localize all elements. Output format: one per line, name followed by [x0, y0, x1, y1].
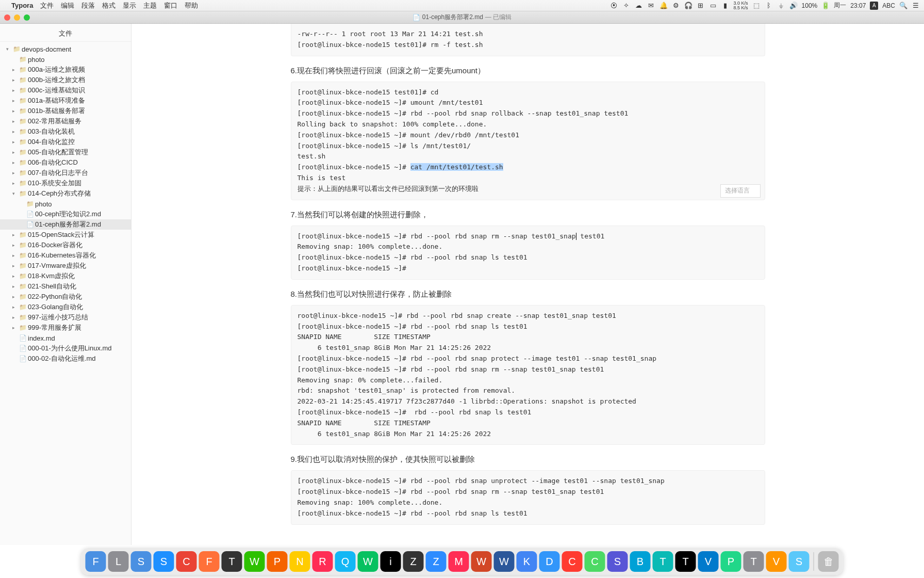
- tree-folder[interactable]: ▸018-Kvm虚拟化: [0, 271, 131, 281]
- dock-app-wechat[interactable]: W: [244, 551, 265, 572]
- app-name[interactable]: Typora: [11, 2, 33, 9]
- status-gear-icon[interactable]: ⚙: [672, 2, 680, 10]
- dock-app-qq[interactable]: Q: [335, 551, 356, 572]
- dock-app-finder[interactable]: F: [86, 551, 106, 572]
- tree-folder[interactable]: ▸999-常用服务扩展: [0, 323, 131, 333]
- menu-help[interactable]: 帮助: [185, 1, 198, 10]
- dock-app-notes[interactable]: N: [290, 551, 310, 572]
- file-sidebar[interactable]: 文件 ▾ devops-docment photo▸000a-运维之旅视频▸00…: [0, 24, 131, 545]
- tree-folder[interactable]: ▾014-Ceph分布式存储: [0, 188, 131, 199]
- status-icon[interactable]: ⦿: [610, 2, 618, 10]
- dock-app-wps[interactable]: W: [471, 551, 492, 572]
- tree-file[interactable]: 01-ceph服务部署2.md: [0, 219, 131, 230]
- tree-root[interactable]: ▾ devops-docment: [0, 44, 131, 54]
- code-block[interactable]: [root@linux-bkce-node15 ~]# rbd --pool r…: [291, 470, 765, 524]
- tree-folder[interactable]: ▸010-系统安全加固: [0, 178, 131, 188]
- chevron-right-icon[interactable]: ▸: [12, 150, 18, 155]
- status-volume-icon[interactable]: 🔊: [789, 2, 798, 10]
- file-tree[interactable]: ▾ devops-docment photo▸000a-运维之旅视频▸000b-…: [0, 42, 131, 366]
- dock-app-firefox[interactable]: F: [199, 551, 220, 572]
- dock-app-reminders[interactable]: R: [312, 551, 333, 572]
- code-block[interactable]: root@linux-bkce-node15 ~]# rbd --pool rb…: [291, 305, 765, 445]
- dock-app-safari-alt[interactable]: S: [131, 551, 152, 572]
- chevron-right-icon[interactable]: ▸: [12, 253, 18, 258]
- status-cloud-icon[interactable]: ☁: [635, 2, 643, 10]
- window-close-button[interactable]: [4, 14, 10, 21]
- tree-folder[interactable]: ▸022-Python自动化: [0, 292, 131, 302]
- tree-folder[interactable]: ▸016-Kubernetes容器化: [0, 250, 131, 261]
- dock-app-zoom[interactable]: Z: [426, 551, 447, 572]
- menu-theme[interactable]: 主题: [143, 1, 157, 10]
- tree-folder[interactable]: ▸005-自动化配置管理: [0, 147, 131, 157]
- tree-folder[interactable]: ▸001b-基础服务部署: [0, 106, 131, 116]
- status-bluetooth-icon[interactable]: ᛒ: [765, 2, 773, 10]
- tree-folder[interactable]: ▸017-Vmware虚拟化: [0, 261, 131, 271]
- status-screen-icon[interactable]: ▭: [709, 2, 717, 10]
- heading-8[interactable]: 8.当然我们也可以对快照进行保存，防止被删除: [291, 287, 765, 301]
- chevron-right-icon[interactable]: ▸: [12, 139, 18, 145]
- chevron-right-icon[interactable]: ▸: [12, 67, 18, 72]
- tree-file[interactable]: index.md: [0, 333, 131, 343]
- chevron-right-icon[interactable]: ▸: [12, 119, 18, 124]
- status-wifi-icon[interactable]: ⏚: [777, 2, 785, 10]
- tree-folder[interactable]: photo: [0, 199, 131, 209]
- chevron-right-icon[interactable]: ▸: [12, 294, 18, 299]
- chevron-down-icon[interactable]: ▾: [6, 46, 11, 52]
- tree-folder[interactable]: ▸021-Shell自动化: [0, 281, 131, 292]
- tree-folder[interactable]: ▸997-运维小技巧总结: [0, 312, 131, 323]
- dock-app-kmail[interactable]: K: [517, 551, 537, 572]
- dock-app-calendar[interactable]: C: [562, 551, 583, 572]
- chevron-right-icon[interactable]: ▸: [12, 232, 18, 237]
- language-selector[interactable]: 选择语言: [720, 184, 761, 197]
- editor-area[interactable]: -rw-r--r-- 1 root root 13 Mar 21 14:21 t…: [131, 24, 924, 545]
- dock-app-shield[interactable]: S: [607, 551, 628, 572]
- dock-app-wechat2[interactable]: W: [358, 551, 378, 572]
- heading-6[interactable]: 6.现在我们将快照进行回滚（回滚之前一定要先umount）: [291, 63, 765, 77]
- chevron-right-icon[interactable]: ▸: [12, 129, 18, 134]
- dock-app-launchpad[interactable]: L: [108, 551, 129, 572]
- menu-view[interactable]: 显示: [123, 1, 136, 10]
- status-battery2-icon[interactable]: ▮: [721, 2, 730, 10]
- dock-app-vscode[interactable]: V: [698, 551, 719, 572]
- status-app-icon[interactable]: ⬚: [752, 2, 761, 10]
- chevron-right-icon[interactable]: ▸: [12, 77, 18, 83]
- dock-app-wps-w[interactable]: W: [494, 551, 515, 572]
- dock-app-snip[interactable]: S: [789, 551, 810, 572]
- dock-app-textedit[interactable]: T: [744, 551, 764, 572]
- tree-folder[interactable]: ▸015-OpenStack云计算: [0, 230, 131, 240]
- dock-app-todesk[interactable]: T: [653, 551, 673, 572]
- tree-folder[interactable]: ▸000c-运维基础知识: [0, 85, 131, 95]
- heading-7[interactable]: 7.当然我们可以将创建的快照进行删除，: [291, 207, 765, 221]
- tree-folder[interactable]: ▸007-自动化日志平台: [0, 168, 131, 178]
- status-chat-icon[interactable]: ✉: [647, 2, 655, 10]
- tree-folder[interactable]: photo: [0, 54, 131, 65]
- dock-trash[interactable]: 🗑: [818, 551, 839, 572]
- status-battery-icon[interactable]: 🔋: [821, 2, 830, 10]
- tree-folder[interactable]: ▸001a-基础环境准备: [0, 95, 131, 106]
- dock-app-clockapp[interactable]: C: [585, 551, 605, 572]
- code-block[interactable]: [root@linux-bkce-node15 ~]# rbd --pool r…: [291, 226, 765, 280]
- tree-folder[interactable]: ▸006-自动化CICD: [0, 157, 131, 168]
- dock-app-zterm[interactable]: Z: [403, 551, 424, 572]
- dock-app-chrome[interactable]: C: [176, 551, 197, 572]
- status-icon[interactable]: ✧: [622, 2, 631, 10]
- tree-folder[interactable]: ▸003-自动化装机: [0, 126, 131, 137]
- heading-9[interactable]: 9.我们也可以取消对快照的保护，使其快照可以被删除: [291, 452, 765, 466]
- dock-app-dingtalk[interactable]: D: [539, 551, 560, 572]
- chevron-right-icon[interactable]: ▸: [12, 170, 18, 175]
- tree-folder[interactable]: ▸004-自动化监控: [0, 137, 131, 147]
- dock-app-pycharm[interactable]: P: [721, 551, 741, 572]
- tree-file[interactable]: 000-01-为什么使用Linux.md: [0, 343, 131, 354]
- status-headphones-icon[interactable]: 🎧: [684, 2, 692, 10]
- dock-app-typora[interactable]: T: [222, 551, 242, 572]
- dock-app-photos[interactable]: P: [267, 551, 288, 572]
- chevron-right-icon[interactable]: ▸: [12, 304, 18, 310]
- tree-file[interactable]: 000-02-自动化运维.md: [0, 354, 131, 364]
- dock-app-safari[interactable]: S: [154, 551, 174, 572]
- chevron-right-icon[interactable]: ▸: [12, 160, 18, 165]
- status-bell-icon[interactable]: 🔔: [659, 2, 668, 10]
- dock-app-vnc[interactable]: V: [766, 551, 787, 572]
- tree-folder[interactable]: ▸002-常用基础服务: [0, 116, 131, 126]
- menu-format[interactable]: 格式: [102, 1, 116, 10]
- tree-file[interactable]: 00-ceph理论知识2.md: [0, 209, 131, 219]
